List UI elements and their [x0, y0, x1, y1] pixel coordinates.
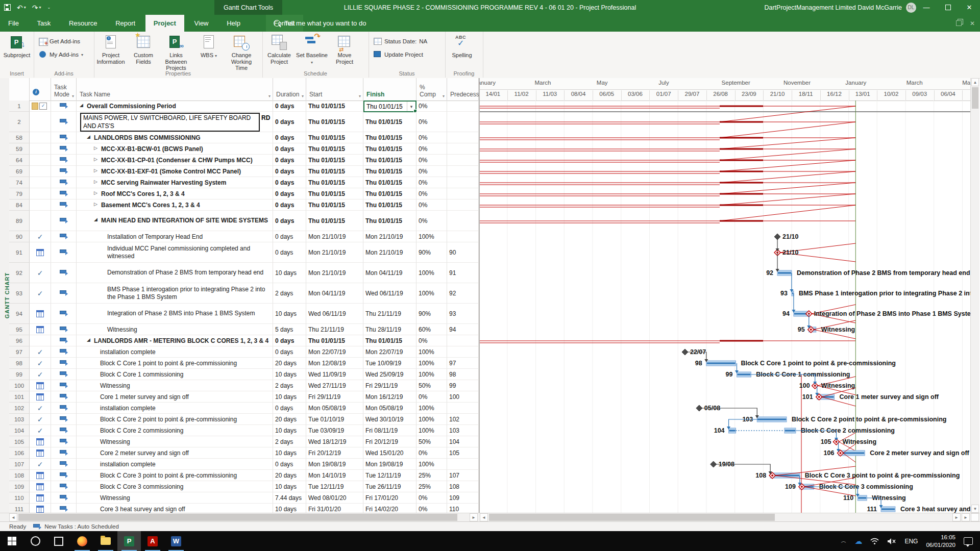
task-name-cell[interactable]: Core 3 heat survey and sign off — [77, 504, 273, 513]
duration-cell[interactable]: 0 days — [273, 188, 306, 199]
column-header-row[interactable]: i — [30, 78, 51, 101]
start-cell[interactable]: Wed 27/11/19 — [306, 380, 363, 391]
finish-cell[interactable]: Fri 08/11/19 — [363, 425, 416, 436]
finish-cell[interactable]: Mon 19/08/19 — [363, 459, 416, 470]
row-number[interactable]: 109 — [9, 481, 30, 492]
duration-cell[interactable]: 0 days — [273, 199, 306, 211]
task-name-cell[interactable]: ◢LANDLORDS AMR - METERING BLOCK C CORES … — [77, 335, 273, 346]
task-mode-cell[interactable] — [51, 414, 77, 425]
start-cell[interactable]: Mon 21/10/19 — [306, 242, 363, 263]
column-header-duration[interactable]: Duration▾ — [273, 78, 306, 101]
start-cell[interactable]: Thu 01/01/15 — [306, 143, 363, 155]
finish-cell[interactable]: Wed 15/01/20 — [363, 447, 416, 459]
indicator-cell[interactable] — [30, 112, 51, 132]
indicator-cell[interactable] — [30, 324, 51, 335]
row-number[interactable]: 96 — [9, 335, 30, 346]
taskbar-acrobat[interactable]: A — [141, 531, 164, 551]
action-center-icon[interactable] — [964, 537, 973, 545]
update-project-button[interactable]: Update Project — [374, 51, 423, 58]
indicator-cell[interactable]: ✓ — [30, 263, 51, 283]
predecessors-cell[interactable]: 103 — [447, 425, 479, 436]
tab-view[interactable]: View — [186, 15, 217, 32]
row-number[interactable]: 101 — [9, 391, 30, 403]
row-number[interactable]: 104 — [9, 425, 30, 436]
table-scroll-thumb[interactable] — [18, 514, 457, 521]
finish-cell[interactable]: Tue 12/11/19 — [363, 470, 416, 481]
collapse-icon[interactable]: ◢ — [87, 134, 93, 139]
task-mode-cell[interactable] — [51, 403, 77, 414]
predecessors-cell[interactable] — [447, 346, 479, 358]
indicator-cell[interactable] — [30, 436, 51, 447]
start-cell[interactable]: Wed 06/11/19 — [306, 304, 363, 324]
task-mode-cell[interactable] — [51, 211, 77, 231]
finish-cell[interactable]: Thu 28/11/19 — [363, 324, 416, 335]
percent-complete-cell[interactable]: 90% — [416, 242, 447, 263]
predecessors-cell[interactable]: 98 — [447, 369, 479, 380]
row-number[interactable]: 90 — [9, 231, 30, 242]
task-mode-cell[interactable] — [51, 324, 77, 335]
row-number[interactable]: 1 — [9, 101, 30, 112]
finish-cell[interactable]: Mon 21/10/19 — [363, 242, 416, 263]
task-name-cell[interactable]: ◢Overall Commissioning Period — [77, 101, 273, 112]
tray-expand-icon[interactable]: ︿ — [841, 537, 846, 545]
duration-cell[interactable]: 0 days — [273, 132, 306, 143]
my-add-ins-button[interactable]: My Add-ins ▾ — [39, 51, 83, 58]
row-number[interactable]: 92 — [9, 263, 30, 283]
column-header-predecess[interactable]: Predecess — [447, 78, 479, 101]
percent-complete-cell[interactable]: 50% — [416, 380, 447, 391]
task-name-cell[interactable]: ▷MCC-XX-B1-EXF-01 (Smoke Control MCC Pan… — [77, 166, 273, 177]
save-button[interactable] — [4, 4, 11, 11]
predecessors-cell[interactable]: 108 — [447, 481, 479, 492]
row-number[interactable]: 74 — [9, 177, 30, 188]
indicator-cell[interactable] — [30, 143, 51, 155]
task-mode-cell[interactable] — [51, 481, 77, 492]
start-cell[interactable]: Thu 01/01/15 — [306, 177, 363, 188]
finish-cell[interactable]: Fri 17/01/20 — [363, 492, 416, 504]
expand-icon[interactable]: ▷ — [94, 179, 101, 184]
percent-complete-cell[interactable]: 0% — [416, 188, 447, 199]
finish-cell[interactable]: Wed 25/09/19 — [363, 369, 416, 380]
indicator-cell[interactable] — [30, 447, 51, 459]
predecessors-cell[interactable]: 92 — [447, 283, 479, 304]
percent-complete-cell[interactable]: 0% — [416, 132, 447, 143]
indicator-cell[interactable] — [30, 132, 51, 143]
task-mode-cell[interactable] — [51, 143, 77, 155]
predecessors-cell[interactable]: 90 — [447, 242, 479, 263]
finish-cell[interactable]: Thu 01/01/15 — [363, 143, 416, 155]
task-name-cell[interactable]: Block C Core 1 point to point & pre-comm… — [77, 358, 273, 369]
predecessors-cell[interactable] — [447, 188, 479, 199]
row-number[interactable]: 107 — [9, 459, 30, 470]
indicator-cell[interactable] — [30, 188, 51, 199]
task-mode-cell[interactable] — [51, 346, 77, 358]
duration-cell[interactable]: 20 days — [273, 358, 306, 369]
finish-cell[interactable]: Thu 01/01/15 — [363, 155, 416, 166]
start-cell[interactable]: Mon 14/10/19 — [306, 470, 363, 481]
start-cell[interactable]: Mon 04/11/19 — [306, 283, 363, 304]
tab-help[interactable]: Help — [218, 15, 249, 32]
predecessors-cell[interactable] — [447, 459, 479, 470]
percent-complete-cell[interactable]: 0% — [416, 335, 447, 346]
row-number[interactable]: 111 — [9, 504, 30, 513]
task-mode-cell[interactable] — [51, 504, 77, 513]
task-mode-cell[interactable] — [51, 101, 77, 112]
start-cell[interactable]: Wed 11/09/19 — [306, 369, 363, 380]
expand-icon[interactable]: ▷ — [94, 168, 101, 173]
indicator-cell[interactable] — [30, 177, 51, 188]
account-name[interactable]: DartProjectManagement Limited David McGa… — [764, 0, 916, 15]
task-mode-cell[interactable] — [51, 242, 77, 263]
task-name-cell[interactable]: Block C Core 3 point to point & pre-comm… — [77, 470, 273, 481]
links-between-projects-button[interactable]: P∞Links Between Projects — [160, 34, 192, 71]
task-name-cell[interactable]: ▷Basement MCC's Cores 1, 2, 3 & 4 — [77, 199, 273, 211]
restore-button[interactable] — [937, 0, 959, 15]
duration-cell[interactable]: 0 days — [273, 335, 306, 346]
taskbar-clock[interactable]: 16:05 06/01/2020 — [926, 534, 955, 548]
start-cell[interactable]: Mon 19/08/19 — [306, 459, 363, 470]
subproject-button[interactable]: P⤵Subproject — [1, 34, 33, 59]
finish-cell[interactable]: Thu 01/01/15 — [363, 211, 416, 231]
task-name-cell[interactable]: installation complete — [77, 459, 273, 470]
percent-complete-cell[interactable]: 0% — [416, 447, 447, 459]
row-number[interactable]: 59 — [9, 143, 30, 155]
duration-cell[interactable]: 20 days — [273, 414, 306, 425]
percent-complete-cell[interactable]: 0% — [416, 177, 447, 188]
start-cell[interactable]: Mon 21/10/19 — [306, 263, 363, 283]
